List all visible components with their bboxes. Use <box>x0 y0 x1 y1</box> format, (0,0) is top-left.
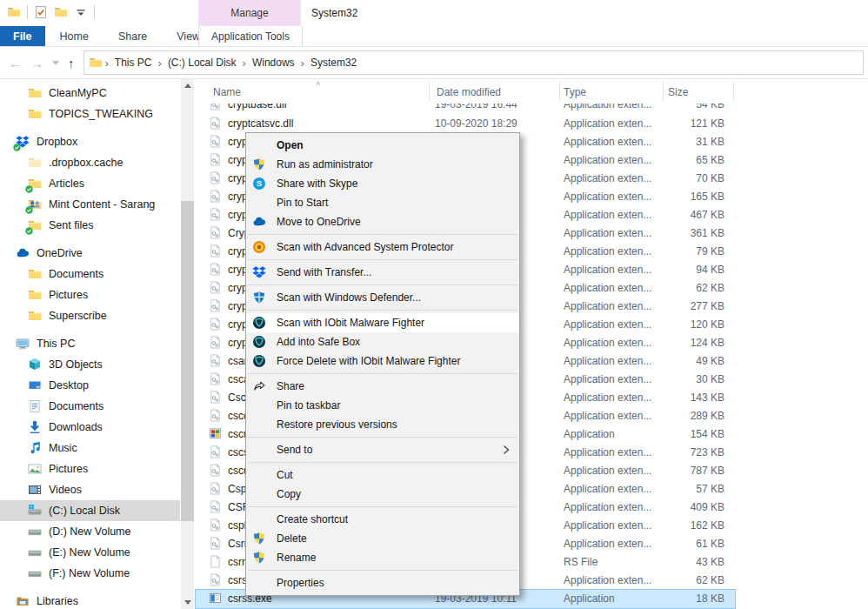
scroll-up-icon[interactable] <box>181 79 194 92</box>
tab-file[interactable]: File <box>0 26 45 46</box>
menu-item-share[interactable]: Share <box>246 377 519 396</box>
column-divider[interactable] <box>429 82 430 101</box>
menu-item-copy[interactable]: Copy <box>246 485 519 504</box>
menu-item-add-into-safe-box[interactable]: Add into Safe Box <box>246 332 519 351</box>
menu-separator <box>248 437 517 438</box>
sidebar-item-d-new-volume[interactable]: (D:) New Volume <box>0 521 180 542</box>
sidebar-item-downloads[interactable]: Downloads <box>0 417 180 438</box>
menu-item-send-to[interactable]: Send to <box>246 440 519 459</box>
sidebar-item-dropbox-cache[interactable]: .dropbox.cache <box>0 152 180 173</box>
dropbox-icon <box>252 265 270 279</box>
column-header-date-modified[interactable]: Date modified <box>437 86 501 98</box>
back-arrow-icon[interactable]: ← <box>9 57 22 70</box>
address-bar: ← → ↑ ›This PC›(C:) Local Disk›Windows›S… <box>0 47 868 79</box>
menu-item-restore-previous-versions[interactable]: Restore previous versions <box>246 415 519 434</box>
menu-item-pin-to-taskbar[interactable]: Pin to taskbar <box>246 396 519 415</box>
menu-item-delete[interactable]: Delete <box>246 529 519 548</box>
menu-item-open[interactable]: Open <box>246 136 519 155</box>
sidebar-item-label: Documents <box>49 268 103 280</box>
sidebar-item-desktop[interactable]: Desktop <box>0 375 180 396</box>
menu-item-scan-with-advanced-system-protector[interactable]: Scan with Advanced System Protector <box>246 238 519 257</box>
table-row[interactable]: cryptbase.dll19-03-2019 16:44Application… <box>196 104 735 115</box>
column-header-type[interactable]: Type <box>564 86 586 98</box>
dll-icon <box>209 117 222 130</box>
sync-check-badge-icon <box>25 185 33 193</box>
menu-item-share-with-skype[interactable]: Share with Skype <box>246 174 519 193</box>
menu-item-cut[interactable]: Cut <box>246 465 519 485</box>
breadcrumb-chevron-icon[interactable]: › <box>240 57 249 70</box>
recent-locations-dropdown-icon[interactable] <box>52 61 59 65</box>
column-header-size[interactable]: Size <box>668 86 688 98</box>
menu-item-rename[interactable]: Rename <box>246 548 519 567</box>
menu-separator <box>248 462 517 463</box>
sidebar-item-pictures[interactable]: Pictures <box>0 284 180 305</box>
menu-item-scan-with-iobit-malware-fighter[interactable]: Scan with IObit Malware Fighter <box>246 313 519 332</box>
folder-icon[interactable] <box>54 5 68 19</box>
check-document-icon[interactable] <box>34 5 48 19</box>
menu-item-label: Open <box>277 139 304 151</box>
dll-icon <box>209 190 222 203</box>
tab-share[interactable]: Share <box>103 26 162 46</box>
lib-icon <box>16 594 30 608</box>
table-row[interactable]: cryptcatsvc.dll10-09-2020 18:29Applicati… <box>196 115 735 133</box>
menu-item-create-shortcut[interactable]: Create shortcut <box>246 510 519 529</box>
breadcrumb[interactable]: ›This PC›(C:) Local Disk›Windows›System3… <box>83 50 865 75</box>
blankfile-icon <box>209 555 222 568</box>
exe-colorful-icon <box>209 427 222 440</box>
breadcrumb-chevron-icon[interactable]: › <box>103 57 111 70</box>
sidebar-item-documents[interactable]: Documents <box>0 396 180 417</box>
column-divider[interactable] <box>559 82 560 101</box>
sidebar-item-dropbox[interactable]: Dropbox <box>0 131 180 152</box>
folder-icon <box>28 177 42 191</box>
scroll-down-icon[interactable] <box>181 596 194 609</box>
menu-item-pin-to-start[interactable]: Pin to Start <box>246 193 519 212</box>
sidebar-item-e-new-volume[interactable]: (E:) New Volume <box>0 542 180 563</box>
menu-item-send-with-transfer[interactable]: Send with Transfer... <box>246 263 519 282</box>
manage-contextual-group[interactable]: Manage <box>198 0 301 26</box>
sidebar-item-this-pc[interactable]: This PC <box>0 333 180 354</box>
sidebar-item-f-new-volume[interactable]: (F:) New Volume <box>0 563 180 584</box>
sidebar-item-c-local-disk[interactable]: (C:) Local Disk <box>0 500 180 521</box>
folder-icon[interactable] <box>7 5 21 19</box>
forward-arrow-icon[interactable]: → <box>30 57 43 70</box>
menu-item-scan-with-windows-defender[interactable]: Scan with Windows Defender... <box>246 288 519 307</box>
scrollbar-thumb[interactable] <box>181 201 194 521</box>
column-divider[interactable] <box>663 82 664 101</box>
sidebar-item-superscribe[interactable]: Superscribe <box>0 305 180 326</box>
sidebar-item-mint-content-sarang[interactable]: Mint Content - Sarang <box>0 194 180 215</box>
sidebar-item-videos[interactable]: Videos <box>0 479 180 500</box>
breadcrumb-segment[interactable]: System32 <box>307 57 360 69</box>
iobit-icon <box>252 316 270 330</box>
sidebar-item-music[interactable]: Music <box>0 438 180 458</box>
sidebar-item-3d-objects[interactable]: 3D Objects <box>0 354 180 375</box>
column-divider[interactable] <box>733 82 734 101</box>
sidebar-item-cleanmypc[interactable]: CleanMyPC <box>0 83 180 104</box>
asp-icon <box>252 240 270 254</box>
tab-application-tools[interactable]: Application Tools <box>198 26 303 46</box>
up-arrow-icon[interactable]: ↑ <box>68 57 75 70</box>
menu-item-move-to-onedrive[interactable]: Move to OneDrive <box>246 212 519 231</box>
sidebar-item-topics-tweaking[interactable]: TOPICS_TWEAKING <box>0 104 180 124</box>
file-size: 65 KB <box>631 154 724 166</box>
menu-item-properties[interactable]: Properties <box>246 573 519 592</box>
breadcrumb-chevron-icon[interactable]: › <box>298 57 307 70</box>
breadcrumb-segment[interactable]: (C:) Local Disk <box>164 57 240 69</box>
breadcrumb-segment[interactable]: This PC <box>111 57 156 69</box>
doc-icon <box>28 399 42 413</box>
context-menu: OpenRun as administratorShare with Skype… <box>245 132 520 596</box>
sidebar-item-libraries[interactable]: Libraries <box>0 591 180 609</box>
customize-toolbar-arrow-icon[interactable] <box>74 5 88 19</box>
menu-item-force-delete-with-iobit-malware-fighter[interactable]: Force Delete with IObit Malware Fighter <box>246 351 519 371</box>
column-header-name[interactable]: Name <box>213 86 241 98</box>
breadcrumb-chevron-icon[interactable]: › <box>156 57 164 70</box>
tab-home[interactable]: Home <box>45 26 103 46</box>
sidebar-item-pictures[interactable]: Pictures <box>0 458 180 479</box>
menu-item-run-as-administrator[interactable]: Run as administrator <box>246 155 519 174</box>
sidebar-scrollbar[interactable] <box>181 79 194 609</box>
folder-icon <box>28 309 42 323</box>
breadcrumb-segment[interactable]: Windows <box>249 57 298 69</box>
sidebar-item-onedrive[interactable]: OneDrive <box>0 243 180 264</box>
sidebar-item-documents[interactable]: Documents <box>0 264 180 284</box>
sidebar-item-sent-files[interactable]: Sent files <box>0 215 180 236</box>
sidebar-item-articles[interactable]: Articles <box>0 173 180 194</box>
